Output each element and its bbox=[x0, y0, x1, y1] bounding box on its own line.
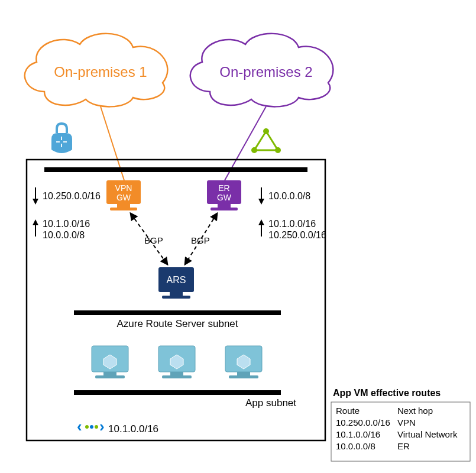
svg-rect-10 bbox=[110, 208, 137, 210]
vnet-cidr: 10.1.0.0/16 bbox=[108, 423, 158, 435]
svg-point-7 bbox=[251, 147, 257, 153]
svg-rect-13 bbox=[211, 208, 238, 210]
svg-rect-28 bbox=[103, 372, 116, 375]
er-route-down: 10.0.0.0/8 bbox=[258, 187, 310, 205]
route-table: App VM effective routes Route Next hop 1… bbox=[331, 388, 470, 461]
vnet-icon: ‹ › bbox=[77, 417, 105, 435]
svg-marker-21 bbox=[258, 219, 264, 225]
route-row-1-next: Virtual Network bbox=[397, 429, 458, 439]
app-vm-1 bbox=[92, 346, 128, 378]
er-route-up-1: 10.1.0.0/16 bbox=[268, 219, 316, 229]
cloud-onprem2-label: On-premises 2 bbox=[219, 64, 312, 80]
er-gateway-icon: ER GW bbox=[207, 180, 241, 210]
vpn-gw-label-1: VPN bbox=[115, 183, 132, 193]
diagram-canvas: On-premises 1 On-premises 2 VPN G bbox=[0, 0, 476, 473]
route-table-hdr-next: Next hop bbox=[397, 406, 433, 416]
app-vm-2 bbox=[158, 346, 195, 378]
er-route-up: 10.1.0.0/16 10.250.0.0/16 bbox=[258, 219, 326, 240]
vpn-route-down-text: 10.250.0.0/16 bbox=[43, 191, 101, 201]
route-row-2-next: ER bbox=[397, 441, 410, 451]
triangle-icon bbox=[251, 128, 281, 153]
bgp-left-label: BGP bbox=[144, 235, 163, 245]
svg-rect-29 bbox=[95, 375, 125, 378]
vpn-gateway-icon: VPN GW bbox=[106, 180, 141, 210]
cloud-onprem1: On-premises 1 bbox=[25, 34, 168, 107]
svg-marker-15 bbox=[33, 199, 38, 205]
svg-rect-9 bbox=[117, 204, 130, 208]
svg-rect-26 bbox=[162, 296, 190, 299]
ars-subnet-label: Azure Route Server subnet bbox=[116, 318, 238, 329]
bgp-right-label: BGP bbox=[191, 235, 210, 245]
route-table-title: App VM effective routes bbox=[333, 388, 441, 398]
route-row-2-route: 10.0.0.0/8 bbox=[336, 441, 375, 451]
svg-point-41 bbox=[90, 425, 93, 429]
ars-subnet-bar bbox=[74, 310, 281, 315]
er-route-down-text: 10.0.0.0/8 bbox=[268, 191, 310, 201]
gateway-subnet-bar bbox=[44, 167, 307, 172]
svg-rect-32 bbox=[170, 372, 183, 375]
lock-icon bbox=[51, 124, 72, 153]
vpn-route-up-2: 10.0.0.0/8 bbox=[43, 230, 85, 240]
svg-point-40 bbox=[85, 425, 89, 429]
app-subnet-label: App subnet bbox=[245, 397, 296, 409]
er-gw-label-2: GW bbox=[217, 193, 232, 202]
svg-rect-36 bbox=[237, 372, 250, 375]
vpn-gw-label-2: GW bbox=[116, 193, 131, 202]
cloud-onprem1-label: On-premises 1 bbox=[54, 64, 147, 80]
svg-rect-12 bbox=[218, 204, 231, 208]
vpn-route-up-1: 10.1.0.0/16 bbox=[43, 219, 90, 229]
bgp-arrows: BGP BGP bbox=[131, 213, 217, 264]
svg-marker-19 bbox=[258, 199, 264, 205]
svg-rect-33 bbox=[162, 375, 192, 378]
route-row-0-route: 10.250.0.0/16 bbox=[336, 417, 390, 427]
svg-rect-25 bbox=[170, 292, 183, 296]
route-row-0-next: VPN bbox=[397, 417, 416, 427]
svg-rect-37 bbox=[229, 375, 258, 378]
svg-point-5 bbox=[263, 128, 269, 134]
ars-icon: ARS bbox=[158, 267, 194, 299]
vpn-route-up: 10.1.0.0/16 10.0.0.0/8 bbox=[33, 219, 90, 240]
svg-point-6 bbox=[275, 147, 281, 153]
cloud-onprem2: On-premises 2 bbox=[190, 34, 333, 107]
er-gw-label-1: ER bbox=[218, 183, 229, 193]
ars-label: ARS bbox=[167, 275, 186, 285]
route-table-hdr-route: Route bbox=[336, 406, 360, 416]
route-row-1-route: 10.1.0.0/16 bbox=[336, 429, 380, 439]
vpn-route-down: 10.250.0.0/16 bbox=[33, 187, 101, 205]
app-vm-3 bbox=[225, 346, 262, 378]
svg-text:›: › bbox=[99, 417, 105, 435]
svg-text:‹: ‹ bbox=[77, 417, 82, 435]
er-route-up-2: 10.250.0.0/16 bbox=[268, 230, 326, 240]
app-subnet-bar bbox=[74, 390, 281, 395]
svg-point-42 bbox=[95, 425, 98, 429]
svg-marker-17 bbox=[33, 219, 38, 225]
